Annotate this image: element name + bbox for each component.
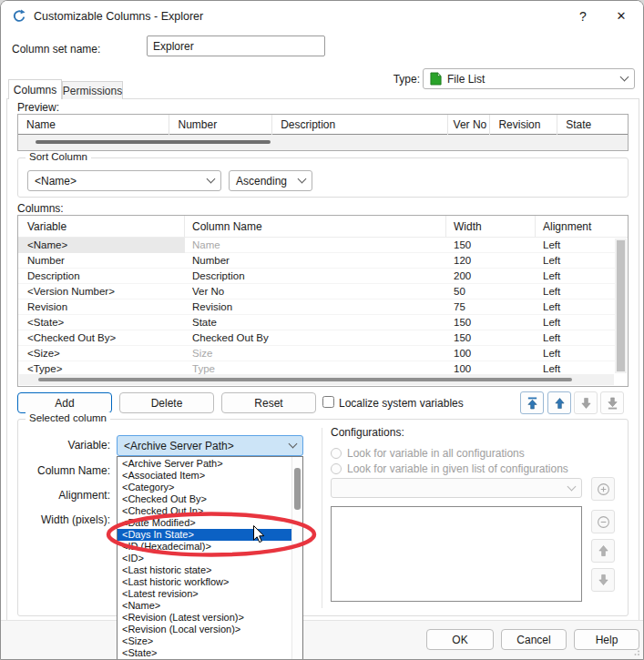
title-bar: Customizable Columns - Explorer	[1, 1, 643, 31]
move-top-button[interactable]	[520, 391, 544, 414]
remove-configuration-button	[591, 510, 615, 533]
dropdown-item[interactable]: <Archive Server Path>	[118, 458, 291, 470]
columns-horizontal-scrollbar[interactable]	[19, 374, 614, 385]
configuration-combobox	[331, 478, 582, 498]
dropdown-item[interactable]: <Revision (Latest version)>	[118, 612, 291, 624]
dropdown-item[interactable]: <ID (Hexadecimal)>	[118, 541, 291, 553]
sort-column-combobox[interactable]: <Name>	[27, 170, 221, 191]
column-set-name-input[interactable]	[147, 36, 325, 56]
dropdown-item[interactable]: <Days In State>	[118, 529, 291, 541]
preview-horizontal-scrollbar[interactable]	[18, 135, 628, 150]
move-up-button[interactable]	[547, 391, 571, 414]
table-row[interactable]: <Name> Name 150 Left	[18, 238, 615, 253]
sort-order-combobox[interactable]: Ascending	[229, 170, 312, 191]
dropdown-scrollbar-thumb[interactable]	[294, 468, 301, 510]
variable-dropdown-list: <Archive Server Path> <Associated Item> …	[117, 456, 303, 659]
localize-checkbox-label[interactable]: Localize system variables	[339, 397, 464, 410]
ok-button[interactable]: OK	[426, 629, 494, 650]
preview-table: NameNumberDescriptionVer NoRevisionState	[17, 114, 629, 151]
dropdown-item[interactable]: <Latest revision>	[118, 588, 291, 600]
dropdown-item[interactable]: <Category>	[118, 482, 291, 493]
dropdown-item[interactable]: <State>	[118, 647, 291, 659]
delete-button[interactable]: Delete	[119, 392, 214, 413]
cell-variable: <Version Number>	[18, 284, 185, 300]
preview-column-header[interactable]: Name	[18, 115, 169, 135]
table-row[interactable]: Number Number 120 Left	[18, 253, 615, 269]
cell-variable: <State>	[18, 315, 185, 330]
tab-columns[interactable]: Columns	[8, 79, 62, 99]
table-row[interactable]: <Type> Type 100 Left	[18, 361, 615, 374]
columns-vscrollbar-thumb[interactable]	[617, 240, 625, 371]
variable-combobox[interactable]: <Archive Server Path>	[117, 435, 303, 456]
dropdown-item[interactable]: <Last historic state>	[118, 564, 291, 576]
type-combobox[interactable]: File List	[423, 68, 635, 89]
help-footer-button[interactable]: Help	[574, 629, 639, 650]
cell-width: 100	[446, 348, 536, 359]
columns-label: Columns:	[17, 202, 64, 215]
radio-given-configurations	[331, 463, 342, 474]
sort-column-legend: Sort Column	[26, 151, 91, 162]
add-button[interactable]: Add	[17, 392, 112, 413]
chevron-down-icon	[620, 73, 629, 82]
dropdown-item[interactable]: <ID>	[118, 553, 291, 564]
preview-column-header[interactable]: State	[557, 115, 628, 135]
preview-label: Preview:	[17, 101, 59, 114]
table-row[interactable]: Revision Revision 75 Left	[18, 300, 615, 315]
columns-header-row: Variable Column Name Width Alignment	[18, 216, 628, 238]
dropdown-item[interactable]: <Size>	[118, 635, 291, 647]
column-header-alignment[interactable]: Alignment	[536, 216, 628, 237]
window-title: Customizable Columns - Explorer	[34, 10, 203, 23]
preview-header-row: NameNumberDescriptionVer NoRevisionState	[18, 115, 628, 135]
file-list-icon	[430, 72, 442, 86]
cell-alignment: Left	[536, 363, 615, 374]
dropdown-item[interactable]: <Checked Out By>	[118, 493, 291, 505]
dropdown-item[interactable]: <Last historic workflow>	[118, 576, 291, 588]
arrow-up-to-bar-icon	[526, 397, 538, 410]
column-header-column-name[interactable]: Column Name	[185, 216, 446, 237]
resize-grip[interactable]	[631, 647, 640, 656]
columns-hscrollbar-thumb[interactable]	[38, 378, 572, 381]
radio-given-configurations-label: Look for variable in given list of confi…	[347, 462, 568, 475]
preview-scrollbar-thumb[interactable]	[36, 140, 271, 144]
dropdown-item[interactable]: <Associated Item>	[118, 470, 291, 482]
cell-column-name: Checked Out By	[185, 332, 446, 343]
dropdown-item[interactable]: <Checked Out In>	[118, 505, 291, 517]
column-header-variable[interactable]: Variable	[18, 216, 185, 237]
app-sync-icon	[12, 9, 26, 24]
close-button[interactable]: ✕	[603, 1, 639, 31]
preview-column-header[interactable]: Revision	[490, 115, 557, 135]
cell-column-name: Description	[185, 270, 446, 281]
preview-column-header[interactable]: Description	[272, 115, 447, 135]
arrow-down-icon	[598, 574, 609, 586]
table-row[interactable]: Description Description 200 Left	[18, 269, 615, 284]
configurations-label: Configurations:	[331, 426, 404, 439]
dropdown-item[interactable]: <Revision (Local version)>	[118, 624, 291, 635]
table-row[interactable]: <State> State 150 Left	[18, 315, 615, 330]
table-row[interactable]: <Size> Size 100 Left	[18, 346, 615, 361]
help-button[interactable]: ?	[565, 1, 601, 31]
move-down-button	[574, 391, 598, 414]
cell-variable: Revision	[18, 300, 185, 315]
column-header-width[interactable]: Width	[446, 216, 536, 237]
chevron-down-icon	[567, 482, 577, 491]
cell-alignment: Left	[536, 317, 615, 328]
table-row[interactable]: <Checked Out By> Checked Out By 150 Left	[18, 330, 615, 346]
preview-column-header[interactable]: Ver No	[448, 115, 491, 135]
localize-checkbox[interactable]	[322, 396, 334, 408]
variable-combobox-value: <Archive Server Path>	[124, 440, 234, 452]
sort-order-value: Ascending	[236, 175, 287, 188]
reset-button[interactable]: Reset	[221, 392, 316, 413]
dropdown-item[interactable]: <Date Modified>	[118, 517, 291, 529]
cell-variable: Description	[18, 269, 185, 284]
cell-variable: <Size>	[18, 346, 185, 361]
tab-permissions[interactable]: Permissions	[62, 81, 123, 99]
dialog-footer: OK Cancel Help	[1, 620, 643, 659]
dropdown-item[interactable]: <Name>	[118, 600, 291, 612]
columns-vertical-scrollbar[interactable]	[615, 239, 627, 373]
cancel-button[interactable]: Cancel	[501, 629, 567, 650]
move-bottom-button	[600, 391, 624, 414]
table-row[interactable]: <Version Number> Ver No 50 Left	[18, 284, 615, 300]
preview-column-header[interactable]: Number	[169, 115, 272, 135]
width-pixels-label: Width (pixels):	[17, 513, 110, 526]
dropdown-scrollbar[interactable]	[291, 457, 302, 659]
